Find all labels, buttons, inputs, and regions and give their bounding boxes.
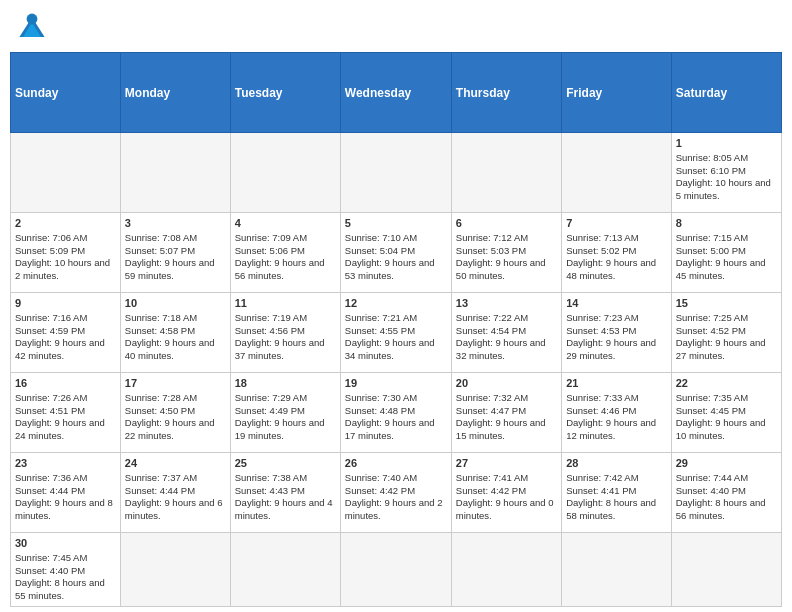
day-number: 15 bbox=[676, 296, 777, 311]
day-info: Sunset: 4:49 PM bbox=[235, 405, 336, 418]
day-number: 30 bbox=[15, 536, 116, 551]
day-number: 24 bbox=[125, 456, 226, 471]
day-info: Sunset: 4:44 PM bbox=[125, 485, 226, 498]
day-info: Daylight: 9 hours and 22 minutes. bbox=[125, 417, 226, 443]
weekday-header-tuesday: Tuesday bbox=[230, 53, 340, 133]
day-info: Sunset: 4:59 PM bbox=[15, 325, 116, 338]
day-info: Sunrise: 7:40 AM bbox=[345, 472, 447, 485]
day-info: Sunset: 4:50 PM bbox=[125, 405, 226, 418]
calendar-cell: 16Sunrise: 7:26 AMSunset: 4:51 PMDayligh… bbox=[11, 373, 121, 453]
day-info: Daylight: 8 hours and 58 minutes. bbox=[566, 497, 666, 523]
calendar-table: SundayMondayTuesdayWednesdayThursdayFrid… bbox=[10, 52, 782, 607]
calendar-cell bbox=[340, 533, 451, 607]
calendar-cell: 29Sunrise: 7:44 AMSunset: 4:40 PMDayligh… bbox=[671, 453, 781, 533]
day-info: Daylight: 9 hours and 59 minutes. bbox=[125, 257, 226, 283]
day-info: Sunset: 4:42 PM bbox=[345, 485, 447, 498]
day-info: Sunset: 4:54 PM bbox=[456, 325, 557, 338]
day-number: 8 bbox=[676, 216, 777, 231]
calendar-cell: 17Sunrise: 7:28 AMSunset: 4:50 PMDayligh… bbox=[120, 373, 230, 453]
day-info: Sunrise: 8:05 AM bbox=[676, 152, 777, 165]
day-number: 4 bbox=[235, 216, 336, 231]
day-info: Daylight: 9 hours and 17 minutes. bbox=[345, 417, 447, 443]
calendar-cell: 20Sunrise: 7:32 AMSunset: 4:47 PMDayligh… bbox=[451, 373, 561, 453]
day-number: 25 bbox=[235, 456, 336, 471]
day-number: 29 bbox=[676, 456, 777, 471]
day-number: 26 bbox=[345, 456, 447, 471]
day-info: Sunrise: 7:23 AM bbox=[566, 312, 666, 325]
day-info: Sunrise: 7:12 AM bbox=[456, 232, 557, 245]
calendar-cell bbox=[562, 533, 671, 607]
calendar-cell: 19Sunrise: 7:30 AMSunset: 4:48 PMDayligh… bbox=[340, 373, 451, 453]
day-info: Sunrise: 7:21 AM bbox=[345, 312, 447, 325]
day-info: Sunrise: 7:41 AM bbox=[456, 472, 557, 485]
logo bbox=[14, 10, 54, 46]
day-info: Daylight: 9 hours and 42 minutes. bbox=[15, 337, 116, 363]
day-info: Sunrise: 7:10 AM bbox=[345, 232, 447, 245]
day-info: Sunrise: 7:38 AM bbox=[235, 472, 336, 485]
day-number: 21 bbox=[566, 376, 666, 391]
calendar-cell: 10Sunrise: 7:18 AMSunset: 4:58 PMDayligh… bbox=[120, 293, 230, 373]
day-info: Sunset: 5:00 PM bbox=[676, 245, 777, 258]
day-info: Sunset: 4:42 PM bbox=[456, 485, 557, 498]
calendar-cell: 2Sunrise: 7:06 AMSunset: 5:09 PMDaylight… bbox=[11, 213, 121, 293]
day-info: Sunset: 6:10 PM bbox=[676, 165, 777, 178]
day-info: Daylight: 10 hours and 2 minutes. bbox=[15, 257, 116, 283]
week-row-4: 16Sunrise: 7:26 AMSunset: 4:51 PMDayligh… bbox=[11, 373, 782, 453]
day-info: Daylight: 8 hours and 56 minutes. bbox=[676, 497, 777, 523]
calendar-cell: 23Sunrise: 7:36 AMSunset: 4:44 PMDayligh… bbox=[11, 453, 121, 533]
day-info: Sunset: 5:07 PM bbox=[125, 245, 226, 258]
day-info: Sunrise: 7:16 AM bbox=[15, 312, 116, 325]
day-number: 16 bbox=[15, 376, 116, 391]
day-info: Sunset: 4:40 PM bbox=[676, 485, 777, 498]
day-info: Sunrise: 7:33 AM bbox=[566, 392, 666, 405]
calendar-cell bbox=[451, 133, 561, 213]
page: SundayMondayTuesdayWednesdayThursdayFrid… bbox=[0, 0, 792, 612]
week-row-5: 23Sunrise: 7:36 AMSunset: 4:44 PMDayligh… bbox=[11, 453, 782, 533]
week-row-1: 1Sunrise: 8:05 AMSunset: 6:10 PMDaylight… bbox=[11, 133, 782, 213]
day-info: Daylight: 9 hours and 12 minutes. bbox=[566, 417, 666, 443]
day-info: Daylight: 9 hours and 48 minutes. bbox=[566, 257, 666, 283]
day-info: Sunset: 5:09 PM bbox=[15, 245, 116, 258]
calendar-cell: 14Sunrise: 7:23 AMSunset: 4:53 PMDayligh… bbox=[562, 293, 671, 373]
day-number: 28 bbox=[566, 456, 666, 471]
day-info: Daylight: 9 hours and 56 minutes. bbox=[235, 257, 336, 283]
calendar-cell: 11Sunrise: 7:19 AMSunset: 4:56 PMDayligh… bbox=[230, 293, 340, 373]
calendar-cell: 30Sunrise: 7:45 AMSunset: 4:40 PMDayligh… bbox=[11, 533, 121, 607]
calendar-cell: 27Sunrise: 7:41 AMSunset: 4:42 PMDayligh… bbox=[451, 453, 561, 533]
day-info: Sunrise: 7:15 AM bbox=[676, 232, 777, 245]
svg-point-3 bbox=[27, 14, 38, 25]
weekday-header-row: SundayMondayTuesdayWednesdayThursdayFrid… bbox=[11, 53, 782, 133]
day-info: Daylight: 9 hours and 27 minutes. bbox=[676, 337, 777, 363]
day-number: 1 bbox=[676, 136, 777, 151]
logo-icon bbox=[14, 10, 50, 46]
day-number: 3 bbox=[125, 216, 226, 231]
day-info: Sunrise: 7:28 AM bbox=[125, 392, 226, 405]
day-info: Sunrise: 7:29 AM bbox=[235, 392, 336, 405]
day-number: 9 bbox=[15, 296, 116, 311]
day-number: 12 bbox=[345, 296, 447, 311]
day-number: 23 bbox=[15, 456, 116, 471]
day-number: 20 bbox=[456, 376, 557, 391]
day-number: 2 bbox=[15, 216, 116, 231]
day-info: Sunrise: 7:36 AM bbox=[15, 472, 116, 485]
day-info: Daylight: 9 hours and 8 minutes. bbox=[15, 497, 116, 523]
week-row-2: 2Sunrise: 7:06 AMSunset: 5:09 PMDaylight… bbox=[11, 213, 782, 293]
weekday-header-saturday: Saturday bbox=[671, 53, 781, 133]
day-info: Sunset: 5:02 PM bbox=[566, 245, 666, 258]
calendar-cell: 18Sunrise: 7:29 AMSunset: 4:49 PMDayligh… bbox=[230, 373, 340, 453]
weekday-header-wednesday: Wednesday bbox=[340, 53, 451, 133]
day-info: Sunset: 4:43 PM bbox=[235, 485, 336, 498]
calendar-cell bbox=[340, 133, 451, 213]
day-number: 19 bbox=[345, 376, 447, 391]
day-info: Sunrise: 7:06 AM bbox=[15, 232, 116, 245]
day-info: Daylight: 9 hours and 40 minutes. bbox=[125, 337, 226, 363]
day-info: Sunrise: 7:44 AM bbox=[676, 472, 777, 485]
day-info: Sunrise: 7:45 AM bbox=[15, 552, 116, 565]
day-info: Daylight: 9 hours and 15 minutes. bbox=[456, 417, 557, 443]
day-info: Sunrise: 7:37 AM bbox=[125, 472, 226, 485]
day-info: Sunset: 4:46 PM bbox=[566, 405, 666, 418]
calendar-cell: 15Sunrise: 7:25 AMSunset: 4:52 PMDayligh… bbox=[671, 293, 781, 373]
calendar-cell bbox=[230, 133, 340, 213]
day-info: Daylight: 9 hours and 34 minutes. bbox=[345, 337, 447, 363]
calendar-cell bbox=[11, 133, 121, 213]
